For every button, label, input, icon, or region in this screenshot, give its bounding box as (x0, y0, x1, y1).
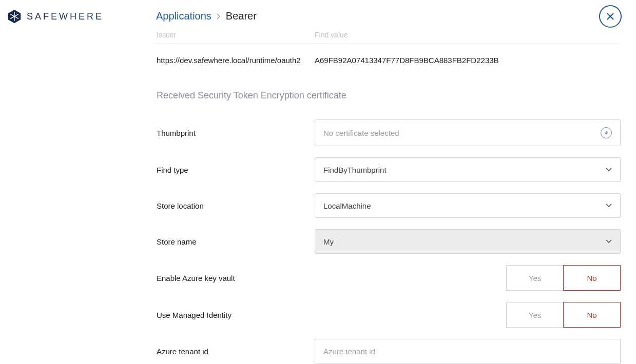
download-arrow-icon[interactable] (601, 127, 612, 138)
toggle-managed-identity-yes[interactable]: Yes (506, 302, 564, 328)
label-use-managed-identity: Use Managed Identity (157, 311, 315, 319)
breadcrumb: Applications Bearer (156, 9, 257, 22)
chevron-down-icon (606, 239, 612, 244)
label-azure-tenant-id: Azure tenant id (157, 347, 315, 356)
table-header: Issuer Find value (157, 24, 621, 44)
toggle-use-managed-identity: Yes No (506, 302, 621, 328)
store-name-value: My (323, 237, 334, 246)
toggle-enable-azure-kv: Yes No (506, 265, 621, 291)
thumbprint-input[interactable]: No certificate selected (315, 119, 621, 146)
azure-tenant-id-input[interactable]: Azure tenant id (315, 339, 621, 363)
azure-tenant-id-placeholder: Azure tenant id (323, 347, 375, 356)
chevron-down-icon (606, 204, 612, 208)
toggle-managed-identity-no[interactable]: No (563, 302, 621, 328)
label-find-type: Find type (157, 166, 315, 174)
label-enable-azure-kv: Enable Azure key vault (157, 274, 315, 282)
cell-find-value: A69FB92A07413347F77D8FB9BCA883FB2FD2233B (315, 56, 499, 65)
logo-text: SAFEWHERE (27, 11, 104, 22)
section-title: Received Security Token Encryption certi… (157, 90, 621, 101)
close-icon (606, 12, 615, 21)
logo-icon (7, 9, 22, 24)
logo: SAFEWHERE (7, 9, 156, 24)
store-location-value: LocalMachine (323, 201, 371, 210)
label-store-location: Store location (157, 201, 315, 210)
close-button[interactable] (599, 5, 622, 28)
thumbprint-placeholder: No certificate selected (323, 129, 399, 137)
breadcrumb-current: Bearer (226, 10, 257, 22)
find-type-value: FindByThumbprint (323, 166, 387, 174)
header-find-value: Find value (315, 31, 348, 39)
table-row: https://dev.safewhere.local/runtime/oaut… (157, 44, 621, 75)
toggle-azure-kv-yes[interactable]: Yes (506, 265, 564, 291)
header-issuer: Issuer (157, 31, 315, 39)
toggle-azure-kv-no[interactable]: No (563, 265, 621, 291)
label-store-name: Store name (157, 237, 315, 246)
chevron-right-icon (217, 13, 221, 19)
breadcrumb-parent[interactable]: Applications (156, 10, 211, 22)
store-location-select[interactable]: LocalMachine (315, 193, 621, 218)
main-content: Issuer Find value https://dev.safewhere.… (157, 24, 621, 363)
find-type-select[interactable]: FindByThumbprint (315, 157, 621, 182)
cell-issuer: https://dev.safewhere.local/runtime/oaut… (157, 56, 315, 65)
chevron-down-icon (606, 168, 612, 172)
store-name-select[interactable]: My (315, 229, 621, 254)
label-thumbprint: Thumbprint (157, 129, 315, 137)
